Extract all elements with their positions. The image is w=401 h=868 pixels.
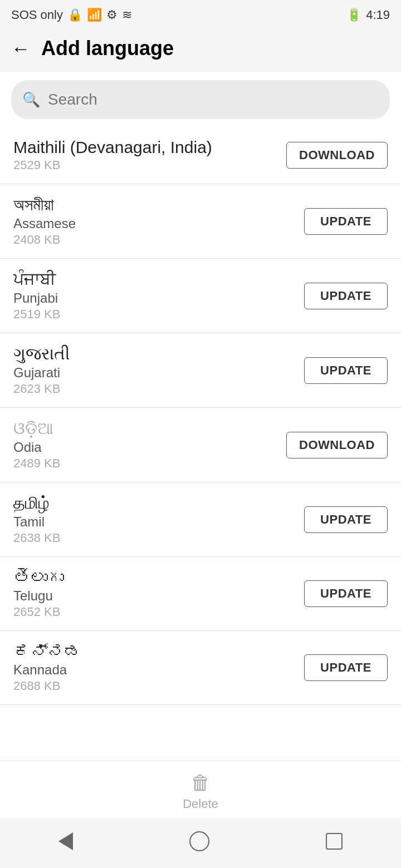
battery-icon: 🔋 [346,8,361,22]
language-info: ગુજરાતીGujarati2623 KB [13,344,70,396]
language-info: অসমীয়াAssamese2408 KB [13,195,76,247]
language-english: Tamil [13,514,60,530]
search-bar[interactable]: 🔍 [11,80,390,119]
language-list: Maithili (Devanagari, India)2529 KBDOWNL… [0,127,401,761]
language-info: ಕನ್ನಡKannada2688 KB [13,642,81,693]
language-english: Odia [13,440,60,455]
signal-icon: ≋ [122,8,132,22]
nav-bar [0,818,401,868]
language-size: 2688 KB [13,679,81,693]
delete-label: Delete [183,797,218,811]
search-input[interactable] [48,91,379,108]
status-right: 🔋 4:19 [346,8,390,22]
header: ← Add language [0,28,401,72]
time-display: 4:19 [366,8,390,22]
list-item: ಕನ್ನಡKannada2688 KBUPDATE [0,631,401,705]
language-info: Maithili (Devanagari, India)2529 KB [13,138,212,172]
update-button[interactable]: UPDATE [304,283,388,309]
back-button[interactable]: ← [11,39,30,58]
language-size: 2638 KB [13,531,60,545]
update-button[interactable]: UPDATE [304,208,388,235]
list-item: অসমীয়াAssamese2408 KBUPDATE [0,184,401,259]
language-size: 2623 KB [13,382,70,396]
language-native: অসমীয়া [13,195,76,215]
wifi-icon: 📶 [87,8,102,22]
language-info: ଓଡ଼ିଆOdia2489 KB [13,419,60,471]
sim-icon: 🔒 [67,8,82,22]
status-left: SOS only 🔒 📶 ⚙ ≋ [11,8,132,22]
update-button[interactable]: UPDATE [304,506,388,533]
list-item: ਪੰਜਾਬੀPunjabi2519 KBUPDATE [0,259,401,333]
delete-icon[interactable]: 🗑 [190,771,211,795]
language-english: Kannada [13,662,81,678]
update-button[interactable]: UPDATE [304,580,388,607]
language-native: ગુજરાતી [13,344,70,364]
language-english: Telugu [13,588,63,604]
language-english: Gujarati [13,365,70,381]
language-info: தமிழ்Tamil2638 KB [13,494,60,545]
status-bar: SOS only 🔒 📶 ⚙ ≋ 🔋 4:19 [0,0,401,28]
language-size: 2519 KB [13,307,60,322]
search-bar-container: 🔍 [0,72,401,127]
language-info: తెలుగుTelugu2652 KB [13,568,63,619]
language-info: ਪੰਜਾਬੀPunjabi2519 KB [13,270,60,322]
language-size: 2529 KB [13,158,212,172]
search-icon: 🔍 [22,91,40,108]
language-size: 2408 KB [13,233,76,247]
list-item: தமிழ்Tamil2638 KBUPDATE [0,482,401,557]
download-button[interactable]: DOWNLOAD [286,432,388,458]
language-native: ଓଡ଼ିଆ [13,419,60,438]
home-nav-icon [189,831,209,851]
language-english: Assamese [13,216,76,231]
language-native: ಕನ್ನಡ [13,642,81,661]
back-nav-button[interactable] [58,832,73,850]
language-native: தமிழ் [13,494,60,513]
language-english: Punjabi [13,290,60,306]
page-title: Add language [41,37,174,60]
language-native: Maithili (Devanagari, India) [13,138,212,157]
language-native: తెలుగు [13,568,63,587]
language-native: ਪੰਜਾਬੀ [13,270,60,289]
language-size: 2652 KB [13,605,63,619]
list-item: ଓଡ଼ିଆOdia2489 KBDOWNLOAD [0,408,401,482]
list-item: Maithili (Devanagari, India)2529 KBDOWNL… [0,127,401,184]
sos-text: SOS only [11,8,63,22]
recent-nav-button[interactable] [326,833,343,850]
back-nav-icon [58,832,73,850]
settings-icon: ⚙ [106,8,118,22]
download-button[interactable]: DOWNLOAD [286,142,388,169]
home-nav-button[interactable] [189,831,209,851]
language-size: 2489 KB [13,456,60,471]
bottom-bar: 🗑 Delete [0,761,401,818]
update-button[interactable]: UPDATE [304,357,388,384]
list-item: తెలుగుTelugu2652 KBUPDATE [0,557,401,631]
recent-nav-icon [326,833,343,850]
list-item: ગુજરાતીGujarati2623 KBUPDATE [0,333,401,408]
update-button[interactable]: UPDATE [304,654,388,681]
